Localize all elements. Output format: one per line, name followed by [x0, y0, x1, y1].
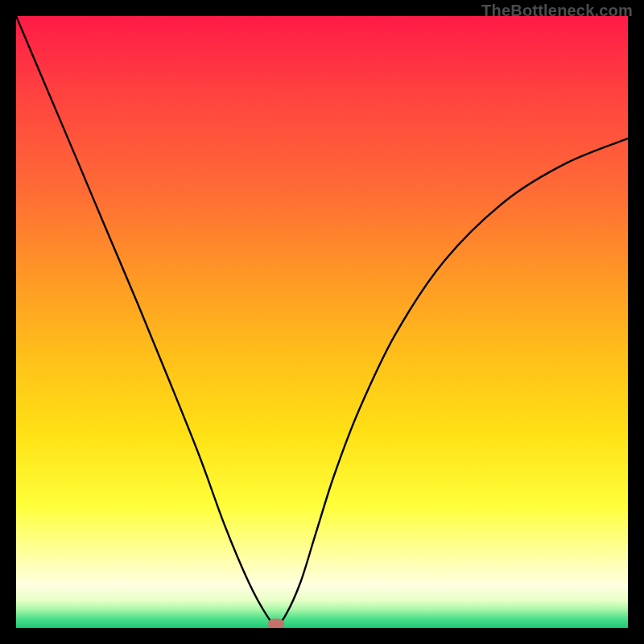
curve-svg	[16, 16, 628, 628]
curve-path	[16, 16, 628, 624]
plot-area	[16, 16, 628, 628]
chart-frame: TheBottleneck.com	[0, 0, 644, 644]
watermark-text: TheBottleneck.com	[481, 2, 633, 20]
optimum-marker	[268, 619, 284, 628]
